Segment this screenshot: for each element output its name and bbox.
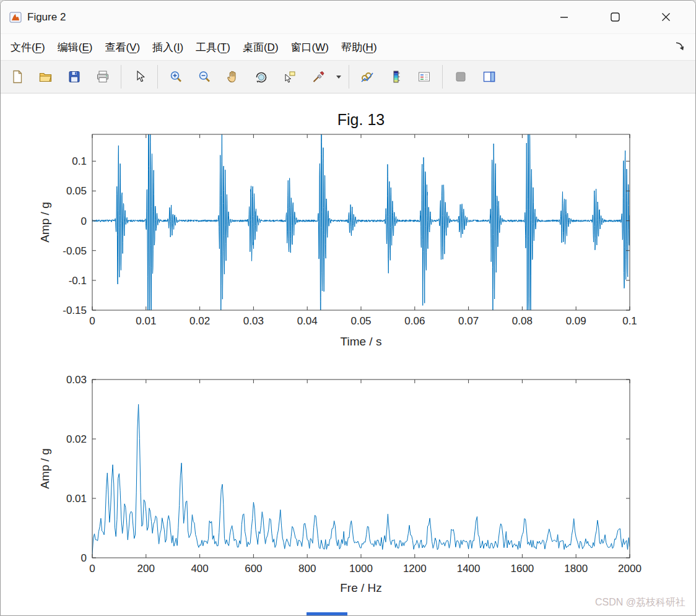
x-tick-label: 0.06 <box>404 315 425 327</box>
chevron-down-icon <box>335 73 342 80</box>
axes-box <box>92 134 630 310</box>
menu-item-label: 工具 <box>196 41 217 53</box>
window-title: Figure 2 <box>27 11 66 24</box>
menu-item-view[interactable]: 查看(V) <box>98 37 146 58</box>
insert-legend-button[interactable] <box>411 63 438 90</box>
x-tick-label: 1600 <box>510 563 534 575</box>
menu-item-label: 文件 <box>11 41 32 53</box>
time-chart-xlabel: Time / s <box>92 335 630 349</box>
minimize-button[interactable] <box>547 1 581 33</box>
y-tick-label: -0.15 <box>63 305 87 316</box>
x-tick-label: 1000 <box>349 563 373 575</box>
x-tick-label: 400 <box>191 563 208 575</box>
menu-item-file[interactable]: 文件(F) <box>4 37 51 58</box>
x-tick-label: 0.03 <box>243 315 264 327</box>
insert-colorbar-button[interactable] <box>382 63 409 90</box>
dock-figure-icon <box>674 41 685 52</box>
zoom-in-button[interactable] <box>162 63 189 90</box>
link-plot-button[interactable] <box>354 63 381 90</box>
background-window-sliver <box>307 612 347 615</box>
x-tick-label: 0.01 <box>136 315 156 327</box>
menu-item-mnemonic: I <box>177 41 180 53</box>
minimize-icon <box>560 13 568 22</box>
y-tick-label: -0.1 <box>69 275 87 287</box>
window-controls <box>547 1 695 33</box>
y-tick-label: -0.05 <box>63 245 87 257</box>
toolbar-separator <box>442 65 443 89</box>
close-button[interactable] <box>648 1 683 33</box>
x-tick-label: 0.05 <box>350 315 371 327</box>
menu-bar: 文件(F)编辑(E)查看(V)插入(I)工具(T)桌面(D)窗口(W)帮助(H) <box>1 34 695 60</box>
x-tick-label: 200 <box>137 563 155 575</box>
data-cursor-button[interactable] <box>276 63 303 90</box>
menu-item-mnemonic: F <box>35 41 41 53</box>
x-tick-label: 0.04 <box>297 315 318 327</box>
maximize-button[interactable] <box>598 1 632 33</box>
x-tick-label: 0 <box>89 315 95 327</box>
new-figure-button[interactable] <box>4 63 31 90</box>
close-icon <box>661 12 671 22</box>
pan-button[interactable] <box>219 63 246 90</box>
show-plot-tools-dock-button[interactable] <box>476 63 503 90</box>
print-figure-button[interactable] <box>89 63 116 90</box>
menu-item-mnemonic: V <box>129 41 136 53</box>
new-figure-icon <box>10 69 25 84</box>
menu-item-edit[interactable]: 编辑(E) <box>51 37 99 58</box>
zoom-out-icon <box>197 69 212 84</box>
menu-item-window[interactable]: 窗口(W) <box>285 37 335 58</box>
menu-item-label: 编辑 <box>58 41 79 53</box>
menu-item-mnemonic: H <box>366 41 373 53</box>
axes-box <box>92 380 630 558</box>
rotate-3d-button[interactable] <box>248 63 275 90</box>
x-tick-label: 0 <box>89 563 95 575</box>
menu-item-mnemonic: E <box>82 41 89 53</box>
brush-data-button[interactable] <box>305 63 332 90</box>
show-plot-tools-icon <box>482 69 497 84</box>
x-tick-label: 0.1 <box>622 315 637 327</box>
pan-hand-icon <box>225 69 240 84</box>
toolbar <box>1 60 695 93</box>
figure-canvas: 00.010.020.030.040.050.060.070.080.090.1… <box>1 93 695 615</box>
save-figure-button[interactable] <box>61 63 88 90</box>
pointer-arrow-icon <box>132 69 147 84</box>
y-tick-label: 0.01 <box>66 493 87 505</box>
menu-item-tools[interactable]: 工具(T) <box>189 37 237 58</box>
time-waveform-line <box>92 93 630 351</box>
matlab-figure-icon <box>9 11 22 24</box>
printer-icon <box>95 69 110 84</box>
x-tick-label: 1200 <box>403 563 427 575</box>
x-tick-label: 800 <box>298 563 316 575</box>
title-bar[interactable]: Figure 2 <box>1 1 695 34</box>
freq-chart-xlabel: Fre / Hz <box>92 581 630 595</box>
edit-plot-button[interactable] <box>126 63 153 90</box>
menu-item-label: 窗口 <box>291 41 312 53</box>
x-tick-label: 1400 <box>457 563 481 575</box>
y-tick-label: 0 <box>81 215 87 227</box>
zoom-out-button[interactable] <box>191 63 218 90</box>
y-tick-label: 0.1 <box>72 155 87 167</box>
time-chart-ylabel: Amp / g <box>38 202 52 242</box>
toolbar-separator <box>121 65 121 89</box>
hide-plot-tools-button[interactable] <box>447 63 474 90</box>
menu-item-mnemonic: W <box>315 41 325 53</box>
dock-figure-button[interactable] <box>673 40 687 55</box>
save-floppy-icon <box>67 69 82 84</box>
toolbar-separator <box>349 65 349 89</box>
hide-plot-tools-icon <box>453 69 468 84</box>
menu-item-insert[interactable]: 插入(I) <box>146 37 189 58</box>
menu-item-label: 桌面 <box>243 41 264 53</box>
legend-icon <box>417 69 432 84</box>
freq-chart-ylabel: Amp / g <box>38 448 52 488</box>
open-file-button[interactable] <box>32 63 59 90</box>
menu-item-desktop[interactable]: 桌面(D) <box>237 37 285 58</box>
menu-item-label: 查看 <box>105 41 126 53</box>
x-tick-label: 0.08 <box>512 315 533 327</box>
x-tick-label: 600 <box>245 563 262 575</box>
csdn-watermark: CSDN @荔枝科研社 <box>595 596 685 609</box>
data-cursor-icon <box>282 69 297 84</box>
x-tick-label: 2000 <box>618 563 642 575</box>
colorbar-icon <box>388 69 403 84</box>
menu-item-help[interactable]: 帮助(H) <box>335 37 383 58</box>
brush-dropdown-button[interactable] <box>333 63 344 90</box>
y-tick-label: 0.02 <box>66 433 87 445</box>
